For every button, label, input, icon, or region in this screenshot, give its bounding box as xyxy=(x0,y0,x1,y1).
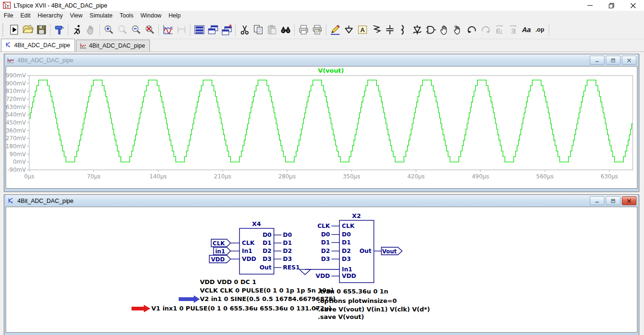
toolbar-grip[interactable] xyxy=(2,24,5,36)
menu-view[interactable]: View xyxy=(66,11,86,20)
svg-text:D1: D1 xyxy=(321,239,330,246)
schematic-restore-button[interactable] xyxy=(606,196,620,205)
x-tick-label: 0µs xyxy=(24,173,34,180)
waveform-window-titlebar[interactable]: 4Bit_ADC_DAC_pipe xyxy=(6,54,637,66)
x4-output-nets[interactable]: D0 D1 D2 D3 RES1 xyxy=(274,231,300,271)
menu-hierarchy[interactable]: Hierarchy xyxy=(34,11,66,20)
print-button[interactable] xyxy=(297,23,310,37)
spice-line-vclk[interactable]: VCLK CLK 0 PULSE(0 1 0 1p 1p 5n 10n) xyxy=(200,287,334,294)
menu-edit[interactable]: Edit xyxy=(17,11,34,20)
place-capacitor-button[interactable] xyxy=(383,23,396,37)
waveform-close-button[interactable] xyxy=(622,56,636,65)
menu-file[interactable]: File xyxy=(0,11,17,20)
place-net-label-button[interactable]: A xyxy=(355,23,369,37)
block-x2[interactable]: X2 CLK D0 D1 D2 D3 In1 VDD Out xyxy=(339,212,374,283)
place-inductor-button[interactable] xyxy=(396,23,410,37)
redo-button[interactable] xyxy=(479,23,492,37)
tile-windows-button[interactable] xyxy=(192,23,206,37)
x-tick-label: 350µs xyxy=(343,173,360,180)
paste-button[interactable] xyxy=(265,23,279,37)
zoom-in-button[interactable] xyxy=(102,23,116,37)
x-tick-label: 280µs xyxy=(278,173,296,180)
fft-button[interactable] xyxy=(174,23,188,37)
undo-icon xyxy=(466,24,478,35)
component-gate-icon xyxy=(425,24,437,35)
svg-text:E: E xyxy=(495,27,500,35)
block-x4[interactable]: X4 CLK In1 VDD D0 D1 D2 D3 Out xyxy=(239,220,274,274)
schematic-window-titlebar[interactable]: 4Bit_ADC_DAC_pipe xyxy=(6,195,637,207)
menu-help[interactable]: Help xyxy=(165,11,184,20)
tab-schematic[interactable]: 4Bit_ADC_DAC_pipe xyxy=(1,39,75,51)
spice-directive-tran[interactable]: .tran 0 655.36u 0 1n xyxy=(318,288,388,295)
ltspice-main-window: LT LTspice XVII - 4Bit_ADC_DAC_pipe File… xyxy=(0,0,644,335)
schematic-canvas[interactable]: X4 CLK In1 VDD D0 D1 D2 D3 Out CLK xyxy=(6,207,637,333)
place-ground-button[interactable] xyxy=(342,23,355,37)
plot-settings-button[interactable] xyxy=(161,23,174,37)
spice-line-v2[interactable]: V2 in1 0 SINE(0.5 0.5 16784.66796875) xyxy=(200,295,336,302)
y-tick-label: 180mV xyxy=(6,143,26,150)
halt-button[interactable] xyxy=(70,23,84,37)
pan-button[interactable] xyxy=(84,23,98,37)
new-schematic-view-button[interactable] xyxy=(220,23,233,37)
cut-button[interactable] xyxy=(238,23,251,37)
svg-text:Out: Out xyxy=(359,247,372,254)
rotate-button[interactable]: E xyxy=(506,23,520,37)
close-button[interactable] xyxy=(622,0,644,11)
schematic-close-button[interactable] xyxy=(622,196,636,205)
mdi-area: 4Bit_ADC_DAC_pipe 0µs70µs140µs210µs280µs… xyxy=(0,52,644,335)
spice-directive-options[interactable]: .options plotwinsize=0 xyxy=(318,297,396,304)
place-resistor-button[interactable] xyxy=(369,23,383,37)
place-component-button[interactable] xyxy=(424,23,438,37)
red-arrow-marker[interactable] xyxy=(132,305,150,312)
zoom-full-extents-button[interactable] xyxy=(143,23,157,37)
spice-directive-save-commented[interactable]: *.save V(vout) V(in1) V(clk) V(d*) xyxy=(315,306,430,313)
draw-wire-button[interactable] xyxy=(328,23,342,37)
spice-directive-save[interactable]: .save V(vout) xyxy=(318,313,364,320)
menu-simulate[interactable]: Simulate xyxy=(86,11,116,20)
svg-text:X4: X4 xyxy=(252,220,261,227)
place-diode-button[interactable] xyxy=(410,23,424,37)
main-titlebar[interactable]: LT LTspice XVII - 4Bit_ADC_DAC_pipe xyxy=(0,0,644,11)
port-flag-vout[interactable]: Vout xyxy=(374,247,402,255)
port-flag-clk[interactable]: CLK xyxy=(211,239,239,247)
schematic-drawing[interactable]: X4 CLK In1 VDD D0 D1 D2 D3 Out CLK xyxy=(6,207,637,332)
port-flag-vdd[interactable]: VDD xyxy=(209,255,239,263)
menu-window[interactable]: Window xyxy=(137,11,165,20)
mirror-button[interactable]: E xyxy=(492,23,506,37)
drag-button[interactable] xyxy=(451,23,465,37)
svg-text:VDD: VDD xyxy=(242,255,256,262)
waveform-plot-area[interactable]: 0µs70µs140µs210µs280µs350µs420µs490µs560… xyxy=(6,66,637,189)
toolbar-separator xyxy=(294,24,295,36)
capacitor-icon xyxy=(384,24,396,35)
waveform-plot[interactable]: 0µs70µs140µs210µs280µs350µs420µs490µs560… xyxy=(6,67,637,188)
svg-text:In1: In1 xyxy=(342,266,352,273)
print-preview-button[interactable] xyxy=(310,23,324,37)
waveform-minimize-button[interactable] xyxy=(590,56,604,65)
menu-tools[interactable]: Tools xyxy=(116,11,137,20)
x2-input-nets[interactable]: CLK D0 D1 D2 D3 VDD xyxy=(316,222,339,279)
copy-button[interactable] xyxy=(251,23,265,37)
restore-button[interactable] xyxy=(601,0,622,11)
cascade-windows-button[interactable] xyxy=(206,23,220,37)
move-button[interactable] xyxy=(438,23,451,37)
find-button[interactable] xyxy=(279,23,292,37)
waveform-restore-button[interactable] xyxy=(606,56,620,65)
port-flag-in1[interactable]: in1 xyxy=(214,247,239,255)
spice-line-v1[interactable]: V1 inx1 0 PULSE(0 1 0 655.36u 655.36u 0 … xyxy=(151,305,331,312)
zoom-previous-button[interactable] xyxy=(116,23,129,37)
svg-text:A: A xyxy=(360,26,365,34)
schematic-minimize-button[interactable] xyxy=(590,196,604,205)
open-button[interactable] xyxy=(21,23,34,37)
undo-button[interactable] xyxy=(465,23,479,37)
control-panel-button[interactable] xyxy=(52,23,66,37)
cascade-windows-icon xyxy=(207,24,219,35)
run-button[interactable] xyxy=(7,23,21,37)
place-spice-directive-button[interactable]: .op xyxy=(533,23,547,37)
tab-waveform[interactable]: 4Bit_ADC_DAC_pipe xyxy=(76,40,150,51)
minimize-button[interactable] xyxy=(579,0,601,11)
spice-line-vdd[interactable]: VDD VDD 0 DC 1 xyxy=(200,278,256,285)
blue-arrow-marker[interactable] xyxy=(179,295,200,303)
save-button[interactable] xyxy=(34,23,48,37)
zoom-out-button[interactable] xyxy=(129,23,143,37)
place-text-button[interactable]: Aa xyxy=(520,23,533,37)
